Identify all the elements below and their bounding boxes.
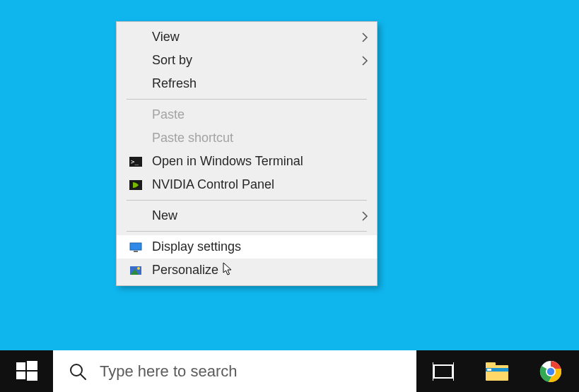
nvidia-icon	[129, 179, 142, 191]
task-view-button[interactable]	[416, 350, 470, 392]
menu-item-new[interactable]: New	[117, 204, 377, 227]
menu-item-label: Personalize	[152, 263, 218, 278]
menu-item-label: Paste shortcut	[152, 131, 233, 145]
menu-item-label: NVIDIA Control Panel	[152, 177, 274, 192]
svg-rect-11	[27, 372, 37, 381]
menu-item-view[interactable]: View	[117, 25, 377, 49]
file-explorer-button[interactable]	[470, 350, 524, 392]
task-view-icon	[433, 362, 454, 381]
search-placeholder: Type here to search	[100, 362, 416, 381]
svg-rect-20	[487, 369, 491, 371]
display-icon	[129, 242, 142, 253]
menu-item-label: Sort by	[152, 53, 192, 68]
chrome-button[interactable]	[524, 350, 578, 392]
svg-rect-9	[27, 361, 37, 370]
menu-item-label: Open in Windows Terminal	[152, 154, 303, 169]
menu-separator	[127, 99, 367, 100]
personalize-icon	[129, 265, 142, 276]
desktop[interactable]: ViewSort byRefreshPastePaste shortcut>_O…	[0, 0, 579, 392]
menu-separator	[127, 200, 367, 201]
chevron-right-icon	[358, 31, 371, 44]
svg-point-7	[137, 267, 140, 270]
svg-rect-4	[134, 251, 138, 252]
svg-rect-18	[486, 362, 496, 368]
svg-rect-10	[16, 372, 25, 379]
menu-item-display-settings[interactable]: Display settings	[117, 235, 377, 259]
menu-separator	[127, 231, 367, 232]
svg-rect-3	[130, 243, 141, 250]
menu-item-nvidia-control-panel[interactable]: NVIDIA Control Panel	[117, 173, 377, 196]
start-button[interactable]	[0, 350, 53, 392]
chevron-right-icon	[358, 54, 371, 67]
menu-item-refresh[interactable]: Refresh	[117, 72, 377, 95]
svg-text:>_: >_	[131, 158, 139, 165]
menu-item-label: Paste	[152, 107, 185, 122]
menu-item-paste-shortcut: Paste shortcut	[117, 126, 377, 150]
menu-item-personalize[interactable]: Personalize	[117, 259, 377, 282]
menu-item-label: Refresh	[152, 76, 197, 91]
svg-line-13	[81, 374, 86, 379]
terminal-icon: >_	[129, 156, 142, 167]
chrome-icon	[539, 360, 562, 383]
chevron-right-icon	[358, 210, 371, 222]
windows-logo-icon	[16, 361, 37, 382]
taskbar: Type here to search	[0, 350, 579, 392]
search-icon	[69, 362, 87, 381]
file-explorer-icon	[485, 361, 509, 382]
svg-rect-8	[16, 362, 25, 370]
menu-item-label: Display settings	[152, 239, 241, 254]
svg-point-23	[547, 367, 554, 374]
menu-item-paste: Paste	[117, 103, 377, 126]
menu-item-label: View	[152, 30, 180, 44]
menu-item-open-in-windows-terminal[interactable]: >_Open in Windows Terminal	[117, 150, 377, 173]
desktop-context-menu: ViewSort byRefreshPastePaste shortcut>_O…	[116, 21, 378, 286]
search-box[interactable]: Type here to search	[53, 350, 416, 392]
menu-item-label: New	[152, 208, 177, 223]
svg-rect-14	[434, 365, 452, 378]
menu-item-sort-by[interactable]: Sort by	[117, 49, 377, 72]
